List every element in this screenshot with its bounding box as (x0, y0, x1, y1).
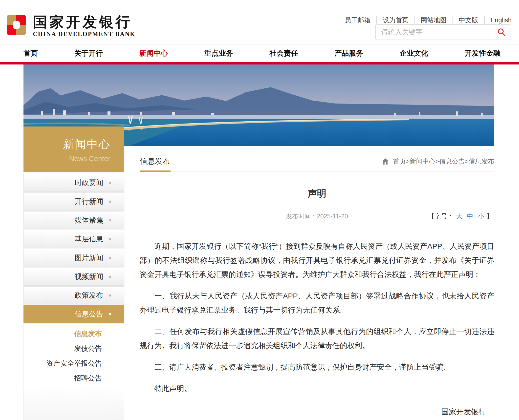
sidebar-item-label: 信息公告 (75, 309, 103, 319)
sidebar-subitem[interactable]: 发债公告 (24, 341, 124, 356)
nav-item[interactable]: 社会责任 (269, 48, 298, 58)
nav-accent-bar (0, 62, 519, 64)
sidebar-item-label: 政策发布 (75, 291, 103, 300)
sidebar-menu: 时政要闻 开行新闻 媒体聚焦 基层信息 图片新闻 (23, 174, 124, 323)
bullet-dot-icon (109, 219, 111, 221)
breadcrumb-text: 首页>新闻中心>信息公告>信息发布 (393, 157, 494, 166)
sidebar-title-en: News Center (23, 155, 110, 163)
sidebar-subitem[interactable]: 招聘公告 (24, 371, 124, 386)
article-paragraph: 二、任何发布与我行相关虚假信息开展宣传营销及从事其他行为的组织和个人，应立即停止… (140, 324, 494, 353)
site-header: 国家开发银行 CHINA DEVELOPMENT BANK 员工邮箱设为首页网站… (0, 0, 519, 44)
main-content: 信息发布 首页>新闻中心>信息公告>信息发布 声明 发布时间：2025-11-2… (140, 146, 494, 420)
nav-item[interactable]: 新闻中心 (139, 48, 168, 58)
sidebar-item-label: 视频新闻 (75, 272, 103, 282)
top-link[interactable]: 网站地图 (415, 16, 453, 24)
bullet-dot-icon (109, 200, 111, 203)
search-input[interactable] (376, 25, 492, 40)
sidebar-title-cn: 新闻中心 (23, 137, 110, 152)
nav-item[interactable]: 首页 (23, 48, 38, 58)
nav-item[interactable]: 产品服务 (334, 48, 363, 58)
section-divider (140, 171, 494, 171)
font-size-open: 【字号： (428, 212, 454, 220)
bullet-dot-icon (109, 294, 111, 296)
font-size-option[interactable]: 小 (478, 212, 484, 220)
sidebar-subitem[interactable]: 资产安全举报公告 (24, 356, 124, 371)
article-title: 声明 (140, 187, 494, 200)
top-link[interactable]: English (485, 16, 512, 24)
bullet-dot-icon (109, 257, 111, 259)
sidebar-item-label: 开行新闻 (75, 197, 103, 207)
home-icon (382, 158, 389, 165)
bank-logo-icon (7, 15, 26, 35)
sidebar-item[interactable]: 基层信息 (23, 230, 124, 248)
sidebar-empty-panel (23, 391, 124, 420)
sidebar-submenu: 信息发布发债公告资产安全举报公告招聘公告 (23, 324, 124, 390)
sidebar-item[interactable]: 时政要闻 (23, 174, 124, 192)
sidebar-item-label: 基层信息 (75, 234, 103, 244)
page-title: 信息发布 (140, 156, 170, 167)
top-link[interactable]: 中文版 (453, 16, 485, 24)
bullet-dot-icon (109, 182, 111, 184)
sidebar-item[interactable]: 政策发布 (23, 286, 124, 304)
article-signature: 国家开发银行 (140, 407, 494, 417)
bullet-dot-icon (109, 238, 111, 240)
top-link[interactable]: 设为首页 (377, 16, 415, 24)
sidebar-item-label: 图片新闻 (75, 253, 103, 263)
breadcrumb[interactable]: 首页>新闻中心>信息公告>信息发布 (382, 157, 494, 166)
search-box (375, 24, 511, 40)
sidebar-item[interactable]: 信息公告 (23, 305, 124, 323)
top-link[interactable]: 员工邮箱 (339, 16, 377, 24)
nav-item[interactable]: 关于开行 (74, 48, 103, 58)
font-size-option[interactable]: 中 (467, 212, 473, 220)
top-utility-links: 员工邮箱设为首页网站地图中文版English (339, 16, 512, 24)
bullet-dot-icon (109, 275, 111, 278)
logo-title-cn: 国家开发银行 (33, 15, 135, 30)
sidebar-item-label: 媒体聚焦 (75, 215, 103, 225)
sidebar-item[interactable]: 图片新闻 (23, 249, 124, 267)
search-icon (497, 28, 506, 37)
sidebar-subitem[interactable]: 信息发布 (24, 326, 124, 341)
sidebar-item[interactable]: 媒体聚焦 (23, 211, 124, 229)
sidebar-header: 新闻中心 News Center (23, 126, 124, 172)
sidebar: 新闻中心 News Center 时政要闻 开行新闻 媒体聚焦 基层信息 (23, 126, 124, 420)
font-size-control: 【字号：大中小】 (428, 211, 493, 221)
bank-logo[interactable]: 国家开发银行 CHINA DEVELOPMENT BANK (7, 15, 135, 38)
sidebar-item[interactable]: 视频新闻 (23, 268, 124, 286)
article-paragraph: 三、请广大消费者、投资者注意甄别，提高防范意识，保护自身财产安全，谨防上当受骗。 (140, 360, 494, 374)
article-paragraph: 特此声明。 (140, 381, 494, 396)
sidebar-item-label: 时政要闻 (75, 178, 103, 188)
meta-divider (140, 227, 494, 227)
bullet-dot-icon (109, 313, 111, 315)
article-paragraph: 近期，国家开发银行（以下简称“我行”）接到群众反映有自称人民资产（或人民资产AP… (140, 239, 494, 281)
nav-item[interactable]: 企业文化 (400, 48, 428, 58)
font-size-close: 】 (486, 212, 493, 220)
sidebar-item[interactable]: 开行新闻 (23, 192, 124, 210)
article-body: 近期，国家开发银行（以下简称“我行”）接到群众反映有自称人民资产（或人民资产AP… (140, 239, 494, 396)
font-size-option[interactable]: 大 (456, 212, 462, 220)
logo-title-en: CHINA DEVELOPMENT BANK (33, 31, 135, 38)
nav-item[interactable]: 重点业务 (204, 48, 233, 58)
main-nav: 首页关于开行新闻中心重点业务社会责任产品服务企业文化开发性金融 (0, 44, 519, 62)
search-button[interactable] (492, 25, 511, 40)
nav-item[interactable]: 开发性金融 (465, 48, 500, 58)
article-paragraph: 一、我行从未与人民资产（或人民资产APP、人民资产项目部）签署过战略合作协议，也… (140, 289, 494, 317)
